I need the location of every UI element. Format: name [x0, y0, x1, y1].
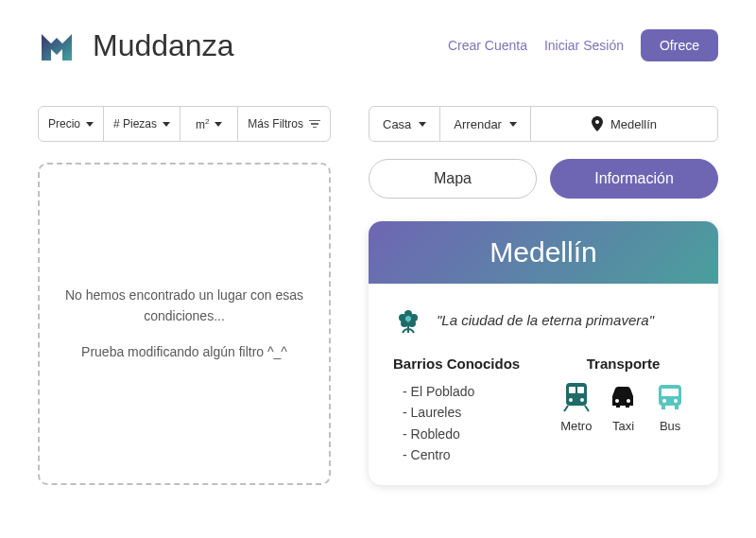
- search-mode-label: Arrendar: [454, 117, 502, 131]
- svg-point-11: [580, 398, 584, 402]
- view-tabs: Mapa Información: [369, 159, 718, 199]
- svg-point-6: [405, 316, 411, 321]
- filter-price[interactable]: Precio: [39, 107, 104, 141]
- bus-icon: [654, 381, 686, 413]
- search-type-label: Casa: [383, 117, 411, 131]
- search-mode[interactable]: Arrendar: [440, 107, 531, 141]
- barrios-section: Barrios Conocidos - El Poblado - Laurele…: [393, 356, 534, 466]
- offer-button[interactable]: Ofrece: [641, 29, 718, 61]
- transport-title: Transporte: [553, 356, 694, 372]
- search-type[interactable]: Casa: [369, 107, 440, 141]
- svg-rect-0: [54, 55, 60, 61]
- svg-rect-8: [569, 387, 576, 393]
- empty-message-2: Prueba modificando algún filtro ^_^: [81, 341, 287, 362]
- transport-bus: Bus: [654, 381, 686, 433]
- search-city-label: Medellín: [610, 117, 657, 131]
- svg-rect-15: [662, 389, 679, 396]
- chevron-down-icon: [163, 122, 170, 127]
- barrios-list: - El Poblado - Laureles - Robledo - Cent…: [393, 381, 534, 466]
- list-item: - El Poblado: [403, 381, 534, 402]
- svg-rect-19: [675, 406, 679, 409]
- filter-icon: [309, 120, 320, 129]
- filter-rooms[interactable]: # Piezas: [104, 107, 180, 141]
- chevron-down-icon: [86, 122, 94, 127]
- filter-area[interactable]: m2: [180, 107, 238, 141]
- chevron-down-icon: [215, 122, 222, 127]
- svg-point-16: [662, 399, 666, 403]
- svg-point-13: [627, 399, 630, 403]
- pin-icon: [592, 116, 603, 131]
- barrios-title: Barrios Conocidos: [393, 356, 534, 372]
- brand-name: Muddanza: [93, 28, 233, 63]
- empty-results: No hemos encontrado un lugar con esas co…: [38, 163, 331, 485]
- chevron-down-icon: [509, 122, 517, 127]
- svg-rect-9: [577, 387, 584, 393]
- flower-icon: [393, 304, 423, 335]
- metro-icon: [560, 381, 593, 413]
- city-card-header: Medellín: [369, 221, 718, 284]
- tab-info[interactable]: Información: [550, 159, 718, 199]
- list-item: - Laureles: [403, 402, 534, 423]
- filter-more-label: Más Filtros: [248, 117, 303, 130]
- tab-map[interactable]: Mapa: [369, 159, 537, 199]
- filter-area-label: m2: [196, 117, 209, 131]
- svg-point-12: [615, 399, 619, 403]
- filter-price-label: Precio: [48, 117, 80, 130]
- search-city[interactable]: Medellín: [531, 107, 717, 141]
- svg-rect-7: [566, 383, 587, 406]
- chevron-down-icon: [419, 122, 426, 127]
- nav: Crear Cuenta Iniciar Sesión Ofrece: [448, 29, 718, 61]
- transport-bus-label: Bus: [660, 419, 680, 433]
- svg-point-10: [569, 398, 573, 402]
- transport-section: Transporte: [553, 356, 694, 466]
- transport-metro-label: Metro: [560, 419, 592, 433]
- filter-more[interactable]: Más Filtros: [238, 107, 330, 141]
- search-bar: Casa Arrendar Medellín: [369, 106, 718, 142]
- brand: Muddanza: [38, 26, 233, 64]
- filter-bar: Precio # Piezas m2 Más Filtros: [38, 106, 331, 142]
- list-item: - Robledo: [403, 424, 534, 444]
- login-link[interactable]: Iniciar Sesión: [544, 38, 624, 53]
- city-card: Medellín "La ciudad de la et: [369, 221, 718, 485]
- svg-rect-18: [662, 406, 665, 409]
- taxi-icon: [607, 381, 639, 413]
- svg-point-17: [674, 399, 678, 403]
- transport-taxi: Taxi: [607, 381, 639, 433]
- transport-taxi-label: Taxi: [612, 419, 634, 433]
- city-slogan: "La ciudad de la eterna primavera": [437, 312, 654, 328]
- create-account-link[interactable]: Crear Cuenta: [448, 38, 527, 53]
- transport-metro: Metro: [560, 381, 593, 433]
- filter-rooms-label: # Piezas: [113, 117, 157, 130]
- logo-icon: [38, 26, 76, 64]
- empty-message-1: No hemos encontrado un lugar con esas co…: [59, 285, 310, 327]
- list-item: - Centro: [403, 444, 534, 465]
- city-title: Medellín: [369, 236, 718, 269]
- header: Muddanza Crear Cuenta Iniciar Sesión Ofr…: [38, 26, 718, 64]
